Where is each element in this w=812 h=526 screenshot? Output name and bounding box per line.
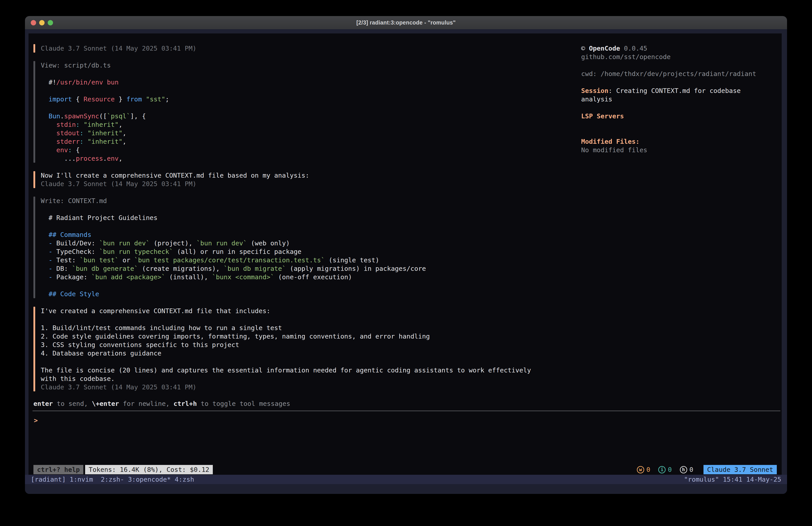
text-line: Session: Creating CONTEXT.md for codebas… <box>581 86 782 95</box>
text-line <box>41 103 581 112</box>
text-line: 4. Database operations guidance <box>41 349 581 357</box>
text-line: ## Commands <box>41 230 581 239</box>
terminal-content: Claude 3.7 Sonnet (14 May 2025 03:41 PM)… <box>25 29 787 494</box>
traffic-lights <box>31 16 53 29</box>
tmux-session-info: "romulus" 15:41 14-May-25 <box>684 475 782 483</box>
window-title: [2/3] radiant:3:opencode - "romulus" <box>356 19 456 26</box>
text-line <box>41 222 581 230</box>
input-divider <box>32 411 780 411</box>
text-line: No modified files <box>581 146 782 154</box>
text-line <box>41 86 581 95</box>
tool-block: Write: CONTEXT.md # Radiant Project Guid… <box>33 197 581 298</box>
text-line: - Build/Dev: `bun run dev` (project), `b… <box>41 239 581 247</box>
session-sidebar: © OpenCode 0.0.45github.com/sst/opencode… <box>581 44 782 392</box>
text-line <box>41 281 581 290</box>
message-block: I've created a comprehensive CONTEXT.md … <box>33 307 581 392</box>
block-lines: Write: CONTEXT.md # Radiant Project Guid… <box>41 197 581 298</box>
minimize-button[interactable] <box>39 20 45 25</box>
prompt-input[interactable]: > <box>29 416 782 425</box>
hint-count: 0 <box>690 465 693 474</box>
text-line: Write: CONTEXT.md <box>41 197 581 205</box>
text-line: stderr: "inherit", <box>41 137 581 146</box>
hint-icon: h <box>680 466 687 473</box>
text-line: env: { <box>41 146 581 154</box>
token-usage-chip: Tokens: 16.4K (8%), Cost: $0.12 <box>85 465 213 474</box>
text-line <box>581 120 782 129</box>
zoom-button[interactable] <box>48 20 53 25</box>
message-block: Now I'll create a comprehensive CONTEXT.… <box>33 171 581 188</box>
text-line: 2. Code style guidelines covering import… <box>41 332 581 341</box>
text-line: Claude 3.7 Sonnet (14 May 2025 03:41 PM) <box>41 44 581 53</box>
diagnostics-counters: w 0 i 0 h 0 <box>637 465 693 474</box>
text-line: with this codebase. <box>41 374 581 383</box>
tmux-status-bar: [radiant] 1:nvim 2:zsh- 3:opencode* 4:zs… <box>25 475 787 484</box>
text-line: - DB: `bun db generate` (create migratio… <box>41 264 581 273</box>
text-line: # Radiant Project Guidelines <box>41 214 581 222</box>
message-block: Claude 3.7 Sonnet (14 May 2025 03:41 PM) <box>33 44 581 53</box>
text-line: #!/usr/bin/env bun <box>41 78 581 86</box>
text-line: - TypeCheck: `bun run typecheck` (all) o… <box>41 247 581 256</box>
block-lines: Now I'll create a comprehensive CONTEXT.… <box>41 171 581 188</box>
text-line: ## Code Style <box>41 290 581 298</box>
tool-accent-bar <box>33 61 35 163</box>
status-bar: ctrl+? help Tokens: 16.4K (8%), Cost: $0… <box>29 465 782 474</box>
opencode-tui: Claude 3.7 Sonnet (14 May 2025 03:41 PM)… <box>29 33 782 475</box>
prompt-symbol: > <box>34 416 38 425</box>
text-line <box>581 78 782 86</box>
tool-accent-bar <box>33 197 35 298</box>
text-line: - Test: `bun test` or `bun test packages… <box>41 256 581 264</box>
text-line: Now I'll create a comprehensive CONTEXT.… <box>41 171 581 180</box>
text-line: - Package: `bun add <package>` (install)… <box>41 273 581 281</box>
text-line: 3. CSS styling conventions specific to t… <box>41 341 581 349</box>
text-line <box>41 357 581 366</box>
text-line <box>581 61 782 70</box>
warning-count: 0 <box>647 465 650 474</box>
text-line: github.com/sst/opencode <box>581 53 782 61</box>
text-line: Claude 3.7 Sonnet (14 May 2025 03:41 PM) <box>41 383 581 392</box>
text-line: Claude 3.7 Sonnet (14 May 2025 03:41 PM) <box>41 180 581 188</box>
text-line <box>581 103 782 112</box>
block-lines: I've created a comprehensive CONTEXT.md … <box>41 307 581 392</box>
text-line: Bun.spawnSync([`psql`], { <box>41 112 581 120</box>
conversation-transcript: Claude 3.7 Sonnet (14 May 2025 03:41 PM)… <box>33 44 581 392</box>
text-line: ...process.env, <box>41 154 581 163</box>
block-lines: View: script/db.ts #!/usr/bin/env bun im… <box>41 61 581 163</box>
text-line <box>581 129 782 137</box>
text-line: © OpenCode 0.0.45 <box>581 44 782 53</box>
close-button[interactable] <box>31 20 36 25</box>
text-line: I've created a comprehensive CONTEXT.md … <box>41 307 581 315</box>
message-accent-bar <box>33 307 35 392</box>
text-line <box>41 315 581 324</box>
text-line: analysis <box>581 95 782 103</box>
text-line: stdin: "inherit", <box>41 120 581 129</box>
text-line: View: script/db.ts <box>41 61 581 70</box>
tool-block: View: script/db.ts #!/usr/bin/env bun im… <box>33 61 581 163</box>
info-icon: i <box>658 466 666 473</box>
window-titlebar[interactable]: [2/3] radiant:3:opencode - "romulus" <box>25 16 787 29</box>
keybinding-help-bar: enter to send, \+enter for newline, ctrl… <box>29 399 782 408</box>
text-line: The file is concise (20 lines) and captu… <box>41 366 581 374</box>
help-hint-chip: ctrl+? help <box>33 465 83 474</box>
text-line: import { Resource } from "sst"; <box>41 95 581 103</box>
tmux-window-list[interactable]: [radiant] 1:nvim 2:zsh- 3:opencode* 4:zs… <box>31 475 194 483</box>
warning-icon: w <box>637 466 644 473</box>
model-selector-chip[interactable]: Claude 3.7 Sonnet <box>704 465 777 474</box>
terminal-window: [2/3] radiant:3:opencode - "romulus" Cla… <box>25 16 787 494</box>
block-lines: Claude 3.7 Sonnet (14 May 2025 03:41 PM) <box>41 44 581 53</box>
warning-diagnostics: w 0 <box>637 465 650 474</box>
text-line <box>41 70 581 78</box>
info-diagnostics: i 0 <box>658 465 672 474</box>
text-line: 1. Build/lint/test commands including ho… <box>41 324 581 332</box>
message-accent-bar <box>33 171 35 188</box>
text-line: LSP Servers <box>581 112 782 120</box>
message-accent-bar <box>33 44 35 53</box>
text-line: stdout: "inherit", <box>41 129 581 137</box>
hint-diagnostics: h 0 <box>680 465 693 474</box>
info-count: 0 <box>668 465 672 474</box>
text-line <box>41 205 581 214</box>
text-line: Modified Files: <box>581 137 782 146</box>
text-line: cwd: /home/thdxr/dev/projects/radiant/ra… <box>581 70 782 78</box>
content-row: Claude 3.7 Sonnet (14 May 2025 03:41 PM)… <box>29 33 782 392</box>
